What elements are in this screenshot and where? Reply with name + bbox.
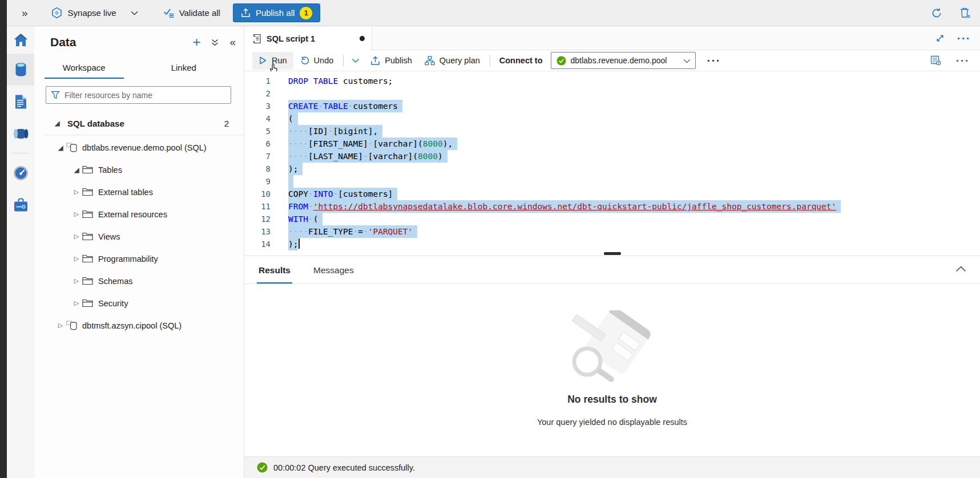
refresh-icon[interactable] [931, 7, 942, 19]
line-number: 10 [244, 188, 271, 200]
double-chevron-down-icon[interactable] [211, 38, 219, 47]
line-number: 5 [244, 125, 271, 137]
tree-node-views[interactable]: ▷Views [34, 225, 244, 248]
database-count: 2 [224, 119, 229, 128]
sql-editor[interactable]: 1DROP TABLE customers;23CREATE·TABLE·cus… [244, 71, 980, 252]
publish-count-badge: 1 [300, 7, 312, 19]
expand-topbar-icon[interactable]: » [22, 7, 28, 19]
panel-title: Data [50, 35, 76, 49]
tab-linked[interactable]: Linked [144, 58, 224, 79]
undo-icon [300, 56, 309, 65]
code-line-5[interactable]: 5····[ID]·[bigint], [244, 125, 980, 137]
toolbar-more-icon[interactable]: ··· [707, 58, 721, 63]
tree-node-tables[interactable]: ◢Tables [34, 159, 244, 181]
activity-bar-divider [11, 153, 30, 153]
validate-icon [163, 8, 175, 18]
sidebar-item-develop[interactable] [7, 86, 34, 118]
code-line-9[interactable]: 9 [244, 175, 980, 188]
code-line-14[interactable]: 14); [244, 238, 980, 250]
tree-node-security[interactable]: ▷Security [34, 292, 244, 314]
expand-editor-icon[interactable] [935, 34, 945, 43]
trash-icon[interactable] [959, 7, 971, 19]
tree-node-label: External resources [98, 210, 167, 219]
code-line-12[interactable]: 12WITH·( [244, 213, 980, 225]
data-panel-tabs: Workspace Linked [34, 52, 244, 79]
sidebar-item-data[interactable] [7, 54, 34, 86]
collapse-arrow-icon[interactable]: ◢ [55, 144, 66, 152]
line-number: 1 [244, 75, 271, 87]
sidebar-item-monitor[interactable] [7, 157, 34, 189]
tab-workspace[interactable]: Workspace [45, 58, 124, 79]
validate-all-button[interactable]: Validate all [163, 8, 220, 18]
code-line-8[interactable]: 8); [244, 163, 980, 175]
code-line-11[interactable]: 11FROM·'https://dbtlabsynapsedatalake.bl… [244, 200, 980, 213]
document-tab-bar: SQL script 1 ··· [244, 26, 980, 50]
splitter-handle[interactable] [604, 252, 621, 255]
tab-title: SQL script 1 [267, 34, 315, 43]
tree-node-external-tables[interactable]: ▷External tables [34, 181, 244, 203]
code-line-2[interactable]: 2 [244, 87, 980, 100]
code-line-6[interactable]: 6····[FIRST_NAME]·[varchar](8000), [244, 137, 980, 150]
line-number: 4 [244, 112, 271, 125]
expand-arrow-icon[interactable]: ▷ [71, 277, 82, 285]
selection-highlight: ····[ID]·[bigint], [288, 125, 382, 137]
tree-node-schemas[interactable]: ▷Schemas [34, 270, 244, 292]
query-plan-button[interactable]: Query plan [418, 52, 486, 70]
selection-highlight: CREATE·TABLE·customers [288, 100, 402, 112]
add-resource-icon[interactable]: + [192, 37, 200, 48]
tree-node-external-resources[interactable]: ▷External resources [34, 203, 244, 225]
text-cursor [299, 238, 300, 249]
tab-results[interactable]: Results [257, 265, 292, 283]
tree-node-label: dbtlabs.revenue.demo.pool (SQL) [82, 143, 207, 152]
environment-picker[interactable]: Synapse live [51, 7, 138, 19]
expand-arrow-icon[interactable]: ▷ [71, 233, 82, 240]
tree-node-label: Views [98, 232, 120, 241]
collapse-results-icon[interactable] [955, 264, 966, 274]
editor-workspace: SQL script 1 ··· [244, 26, 980, 478]
publish-label: Publish [385, 56, 412, 65]
tab-sql-script-1[interactable]: SQL script 1 [244, 27, 372, 51]
expand-arrow-icon[interactable]: ▷ [71, 299, 82, 307]
tree-node-programmability[interactable]: ▷Programmability [34, 248, 244, 270]
publish-all-button[interactable]: Publish all 1 [233, 3, 320, 22]
chevron-down-icon [131, 11, 138, 15]
code-line-1[interactable]: 1DROP TABLE customers; [244, 75, 980, 87]
query-plan-icon [425, 56, 435, 66]
expand-arrow-icon[interactable]: ▷ [71, 188, 82, 196]
code-line-3[interactable]: 3CREATE·TABLE·customers [244, 100, 980, 112]
tab-messages[interactable]: Messages [312, 265, 356, 283]
pool-selector-dropdown[interactable]: dbtlabs.revenue.demo.pool [551, 52, 696, 69]
properties-icon[interactable] [930, 55, 941, 66]
code-line-7[interactable]: 7····[LAST_NAME]·[varchar](8000) [244, 150, 980, 163]
filter-resources-input[interactable] [46, 86, 231, 104]
expand-arrow-icon[interactable]: ▷ [71, 255, 82, 262]
selection-highlight [288, 175, 293, 188]
line-number: 11 [244, 200, 271, 213]
home-icon [13, 33, 29, 47]
sidebar-item-home[interactable] [7, 26, 34, 54]
expand-arrow-icon[interactable]: ▷ [71, 210, 82, 218]
line-number: 12 [244, 213, 271, 225]
collapse-panel-icon[interactable]: « [229, 36, 236, 48]
publish-button[interactable]: Publish [364, 52, 418, 70]
tree-node-sql-database[interactable]: ◢ SQL database 2 [34, 113, 244, 133]
run-options-chevron-icon[interactable] [347, 58, 364, 63]
tree-node-dbtlabs-revenue-demo-pool-sql[interactable]: ◢dbtlabs.revenue.demo.pool (SQL) [34, 136, 244, 159]
expand-arrow-icon[interactable]: ▷ [55, 322, 66, 329]
undo-button[interactable]: Undo [293, 52, 340, 70]
sidebar-item-integrate[interactable] [7, 118, 34, 149]
sidebar-item-manage[interactable] [7, 189, 34, 221]
code-line-13[interactable]: 13····FILE_TYPE·=·'PARQUET' [244, 225, 980, 238]
tree-node-label: Tables [98, 165, 122, 175]
tree-node-dbtmsft-azsyn-cipool-sql[interactable]: ▷dbtmsft.azsyn.cipool (SQL) [34, 314, 244, 337]
editor-more-options-icon[interactable]: ··· [956, 58, 970, 63]
collapse-arrow-icon[interactable]: ◢ [51, 119, 63, 127]
run-button[interactable]: Run [252, 52, 293, 70]
tab-more-options-icon[interactable]: ··· [957, 35, 971, 41]
results-splitter[interactable] [244, 252, 980, 256]
code-line-4[interactable]: 4( [244, 112, 980, 125]
code-line-10[interactable]: 10COPY·INTO·[customers] [244, 188, 980, 200]
collapse-arrow-icon[interactable]: ◢ [71, 166, 82, 174]
validate-label: Validate all [179, 8, 220, 18]
results-empty-state: No results to show Your query yielded no… [244, 284, 980, 456]
